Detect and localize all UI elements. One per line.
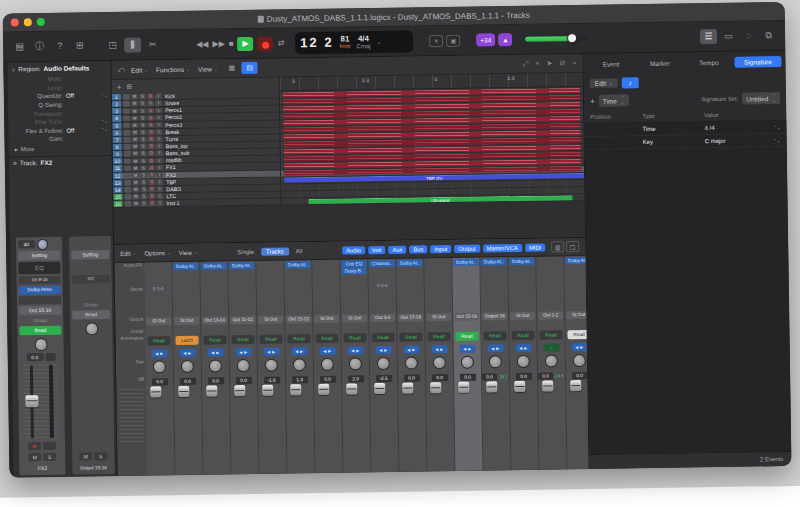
duplicate-track-button[interactable]: ⊞ [126, 83, 132, 91]
plugin-slot[interactable]: Channel.. [369, 259, 394, 266]
output-button[interactable]: Out 1-2 [538, 311, 563, 319]
volume-value[interactable]: 0.0 [404, 374, 420, 381]
track-mute-button[interactable]: M [131, 122, 138, 128]
nudge-back-icon[interactable]: ⤺ [117, 66, 125, 74]
volume-value[interactable]: 0.0 [26, 353, 43, 361]
track-solo-button[interactable]: S [139, 108, 146, 114]
track-mute-button[interactable]: M [132, 144, 139, 150]
panner-mode-icon[interactable]: ◄► [151, 349, 167, 357]
pan-knob[interactable] [517, 355, 530, 368]
automation-mode-button[interactable]: Read [231, 335, 254, 344]
pan-knob[interactable] [209, 359, 222, 372]
track-record-button[interactable]: R [147, 115, 154, 121]
chevron-down-icon[interactable]: ∨ [11, 66, 15, 72]
tab-signature[interactable]: Signature [734, 56, 781, 68]
eq-thumbnail[interactable]: EQ [18, 262, 60, 275]
stepper-icon[interactable]: ⌃⌄ [773, 138, 781, 143]
tab-marker[interactable]: Marker [636, 57, 683, 69]
mixer-icon[interactable]: ⫼ [124, 38, 141, 53]
mixer-channel-strip[interactable]: Dolby At..Out 13-14Read◄►0.0RIMSPercs1 [200, 261, 231, 474]
track-mute-button[interactable]: M [131, 115, 138, 121]
volume-value[interactable]: -1.6 [264, 376, 280, 383]
mixer-filter-inst[interactable]: Inst [368, 245, 385, 253]
mixer-channel-strip[interactable]: Cntr EQDusty B..St OutRead◄►2.0RIMSBass_… [340, 259, 371, 472]
fader-handle[interactable] [262, 385, 273, 396]
track-input-button[interactable]: I [156, 172, 163, 178]
tracks-menu-edit[interactable]: Edit⌄ [131, 66, 148, 73]
output-button[interactable]: Output 16 [482, 312, 507, 320]
track-input-button[interactable]: I [155, 136, 162, 142]
mixer-filter-midi[interactable]: MIDI [525, 243, 545, 251]
output-button[interactable]: Out 13-14 [202, 316, 227, 324]
track-mute-button[interactable]: M [132, 201, 139, 207]
mixer-mode-tracks[interactable]: Tracks [261, 247, 289, 255]
track-record-button[interactable]: R [147, 94, 154, 100]
pan-knob[interactable] [237, 359, 250, 372]
track-input-button[interactable]: I [155, 108, 162, 114]
mixer-filter-audio[interactable]: Audio [342, 246, 365, 254]
track-record-button[interactable]: R [148, 186, 155, 192]
mixer-mode-all[interactable]: All [291, 247, 308, 255]
record-enable-button[interactable]: R [28, 442, 41, 450]
play-button[interactable]: ▶ [237, 36, 253, 50]
lcd-display[interactable]: 12 2 81 keep 4/4 Cmaj ⌄ [295, 30, 413, 54]
track-solo-button[interactable]: S [140, 179, 147, 185]
volume-value[interactable]: 0.0 [208, 377, 224, 384]
automation-mode-button[interactable]: Read [427, 332, 450, 341]
note-pads-icon[interactable]: ▭ [720, 29, 737, 44]
mixer-mode-single[interactable]: Single [232, 247, 259, 255]
automation-mode-button[interactable]: Read [315, 334, 338, 343]
pan-knob[interactable] [34, 337, 47, 350]
setting-button[interactable]: Setting [18, 251, 60, 261]
solo-button[interactable]: S [43, 453, 56, 461]
signature-set-select[interactable]: Untitled ⌃⌄ [742, 92, 780, 105]
plugin-slot[interactable]: Dolby At.. [285, 261, 310, 268]
automation-mode-button[interactable]: Read [455, 332, 478, 341]
panner-mode-icon[interactable]: ◄► [515, 344, 531, 352]
track-mute-button[interactable]: M [132, 165, 139, 171]
plugin-slot[interactable]: Dolby At.. [229, 261, 254, 268]
fader-handle[interactable] [402, 383, 413, 394]
volume-value[interactable]: 0.0 [180, 377, 196, 384]
volume-value[interactable]: 1.3 [292, 376, 308, 383]
pan-knob[interactable] [573, 354, 586, 367]
output-button[interactable]: St Out [566, 311, 588, 319]
output-button[interactable]: St Out [174, 317, 199, 325]
mixer-filter-output[interactable]: Output [454, 244, 480, 252]
stepper-icon[interactable]: ⌃⌄ [773, 125, 781, 130]
mixer-channel-strip[interactable]: St OutRead◄►-1.6RIMSPercs3 [256, 260, 287, 473]
quick-help-icon[interactable]: ? [51, 39, 68, 54]
volume-fader[interactable] [20, 363, 63, 441]
track-inspector-header[interactable]: > Track: FX2 [9, 155, 112, 170]
mixer-menu-options[interactable]: Options⌄ [144, 250, 171, 256]
fader-handle[interactable] [374, 383, 385, 394]
panner-mode-icon[interactable]: ◄► [179, 349, 195, 357]
catch-icon[interactable]: ⤢ [523, 60, 529, 68]
add-track-button[interactable]: + [117, 82, 122, 91]
mixer-channel-strip[interactable]: St OutRead◄►0.0RIMSTurra [312, 260, 343, 473]
volume-value[interactable]: 0.0 [152, 378, 168, 385]
metronome-icon[interactable]: ▣ [446, 34, 460, 46]
event-row[interactable]: KeyC major⌃⌄ [585, 134, 787, 150]
pan-knob[interactable] [433, 356, 446, 369]
fader-handle[interactable] [206, 385, 217, 396]
track-record-button[interactable]: R [148, 158, 155, 164]
output-button[interactable]: Out 15-16 [454, 313, 479, 321]
pan-knob[interactable] [181, 360, 194, 373]
output-button[interactable]: Out 21-22 [286, 315, 311, 323]
forward-icon[interactable]: ▶▶ [212, 39, 224, 48]
plugin-slot[interactable]: Dolby At.. [173, 262, 198, 269]
fader-handle[interactable] [486, 381, 497, 392]
mixer-filter-aux[interactable]: Aux [388, 245, 406, 253]
track-record-button[interactable]: R [148, 144, 155, 150]
narrow-view-icon[interactable]: ▥ [551, 241, 564, 252]
list-view-button[interactable]: ▤ [242, 62, 258, 74]
fader-handle[interactable] [458, 382, 469, 393]
track-mute-button[interactable]: M [132, 187, 139, 193]
fader-handle[interactable] [150, 386, 161, 397]
midi-note-icon[interactable]: ♪ [543, 343, 559, 351]
panner-mode-icon[interactable]: ◄► [487, 344, 503, 352]
track-mute-button[interactable]: M [131, 101, 138, 107]
master-volume-slider[interactable] [525, 36, 587, 42]
mute-button[interactable]: M [79, 452, 92, 460]
